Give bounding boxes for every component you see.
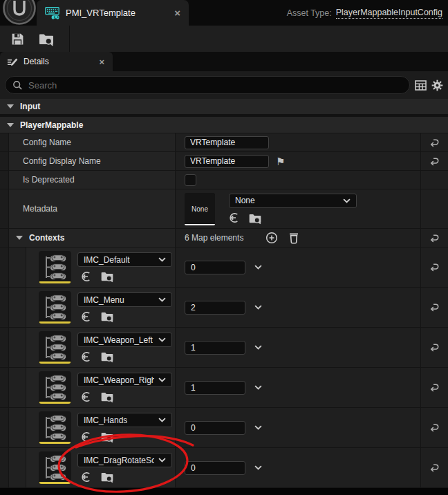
context-asset-dropdown[interactable]: IMC_Hands [77,413,172,427]
use-selected-asset-icon[interactable] [229,212,240,223]
context-asset-dropdown[interactable]: IMC_Weapon_Right [77,373,172,387]
asset-tab-close-icon[interactable]: × [174,8,180,18]
input-mapping-context-thumbnail[interactable] [39,331,71,364]
element-options-dropdown[interactable] [254,305,262,310]
asset-type-indicator: Asset Type: PlayerMappableInputConfig [287,0,442,26]
browse-to-asset-button[interactable] [37,30,55,48]
context-asset-dropdown[interactable]: IMC_Default [77,252,172,267]
element-options-dropdown[interactable] [254,465,262,470]
element-options-dropdown[interactable] [254,425,262,430]
input-mapping-context-thumbnail[interactable] [39,371,71,404]
config-display-name-field[interactable] [185,155,269,168]
priority-field[interactable]: 1 [185,341,245,355]
metadata-class-dropdown[interactable]: None [229,194,357,208]
reset-to-default-icon[interactable] [429,263,440,272]
priority-field[interactable]: 1 [185,381,245,395]
element-options-dropdown[interactable] [254,385,262,390]
priority-field[interactable]: 0 [185,461,245,475]
context-asset-buttons [81,430,114,443]
element-options-dropdown[interactable] [254,345,262,350]
search-input[interactable] [28,80,402,91]
use-selected-asset-icon[interactable] [81,431,92,442]
input-mapping-context-thumbnail[interactable] [39,251,71,283]
reset-to-default-icon[interactable] [429,343,440,352]
use-selected-asset-icon[interactable] [81,271,92,282]
asset-tab[interactable]: PMI_VRTemplate × [37,0,189,26]
context-asset-dropdown[interactable]: IMC_Menu [77,292,172,307]
context-row-imc-dragrotatescale: IMC_DragRotateSca 0 [0,448,448,488]
empty-map-trash-icon[interactable] [288,232,299,244]
context-row-imc-weapon-left: IMC_Weapon_Left 1 [0,328,448,368]
metadata-thumbnail-label: None [192,205,208,213]
category-input[interactable]: Input [0,99,448,114]
reset-to-default-icon[interactable] [429,303,440,312]
reset-to-default-icon[interactable] [429,138,440,147]
asset-tab-bar: PMI_VRTemplate × Asset Type: PlayerMappa… [0,0,448,26]
chevron-down-icon [158,458,166,463]
reset-cell [420,368,448,407]
metadata-asset-buttons [229,212,357,225]
use-selected-asset-icon[interactable] [81,311,92,322]
element-options-dropdown[interactable] [254,265,262,270]
context-asset-name: IMC_Hands [84,415,127,425]
priority-value: 0 [191,423,196,433]
is-deprecated-value-cell [176,171,420,189]
priority-field[interactable]: 2 [185,301,245,315]
save-button[interactable] [8,30,26,48]
reset-to-default-icon[interactable] [429,234,440,243]
details-tab-label: Details [24,57,49,66]
context-row-imc-weapon-right: IMC_Weapon_Right 1 [0,368,448,408]
row-gutter [0,171,9,189]
input-mapping-context-thumbnail[interactable] [39,291,71,324]
use-selected-asset-icon[interactable] [81,471,92,483]
input-mapping-context-thumbnail[interactable] [39,411,71,444]
folder-search-icon[interactable] [100,470,114,483]
config-name-field[interactable] [185,136,269,149]
display-filter-button[interactable] [415,80,427,91]
search-box[interactable] [5,76,410,94]
folder-search-icon[interactable] [100,430,114,443]
use-selected-asset-icon[interactable] [81,391,92,402]
details-tab-close-icon[interactable]: × [99,57,104,66]
reset-to-default-icon[interactable] [429,423,440,432]
folder-search-icon[interactable] [100,390,114,403]
row-gutter [0,152,9,170]
metadata-asset-thumbnail[interactable]: None [185,193,215,225]
context-row-imc-default: IMC_Default 0 [0,248,448,288]
folder-search-icon[interactable] [100,270,114,283]
input-mapping-context-thumbnail[interactable] [39,451,71,484]
reset-cell [420,448,448,487]
category-player-mappable[interactable]: PlayerMappable [0,117,448,133]
chevron-down-icon [254,345,262,350]
priority-field[interactable]: 0 [185,261,245,274]
context-asset-dropdown[interactable]: IMC_DragRotateSca [77,453,172,467]
gamepad-stack-icon [39,291,71,324]
localize-flag-icon[interactable]: ⚑ [276,156,285,167]
add-element-icon[interactable] [265,232,278,244]
priority-value: 0 [191,263,196,272]
asset-toolbar [0,26,448,52]
chevron-expanded-icon[interactable] [7,104,14,109]
chevron-expanded-icon[interactable] [7,123,14,127]
details-settings-button[interactable] [431,80,443,91]
unreal-engine-logo-icon[interactable] [1,0,37,26]
is-deprecated-checkbox[interactable] [185,174,196,186]
reset-to-default-icon[interactable] [429,157,440,166]
context-asset-dropdown[interactable]: IMC_Weapon_Left [77,333,172,347]
property-row-contexts: Contexts 6 Map elements [0,229,448,248]
details-tab[interactable]: Details × [0,52,113,71]
folder-search-icon[interactable] [248,212,262,225]
asset-type-value[interactable]: PlayerMappableInputConfig [336,8,442,19]
reset-to-default-icon[interactable] [429,383,440,392]
contexts-header[interactable]: Contexts [9,229,176,247]
priority-field[interactable]: 0 [185,421,245,435]
context-key-cell: IMC_Default [26,248,176,287]
reset-to-default-icon[interactable] [429,463,440,472]
chevron-expanded-icon[interactable] [16,236,23,240]
context-row-imc-hands: IMC_Hands 0 [0,408,448,448]
context-asset-name: IMC_Default [84,255,130,265]
context-key-cell: IMC_DragRotateSca [26,448,176,487]
use-selected-asset-icon[interactable] [81,351,92,362]
folder-search-icon[interactable] [100,350,114,363]
folder-search-icon[interactable] [100,310,114,323]
